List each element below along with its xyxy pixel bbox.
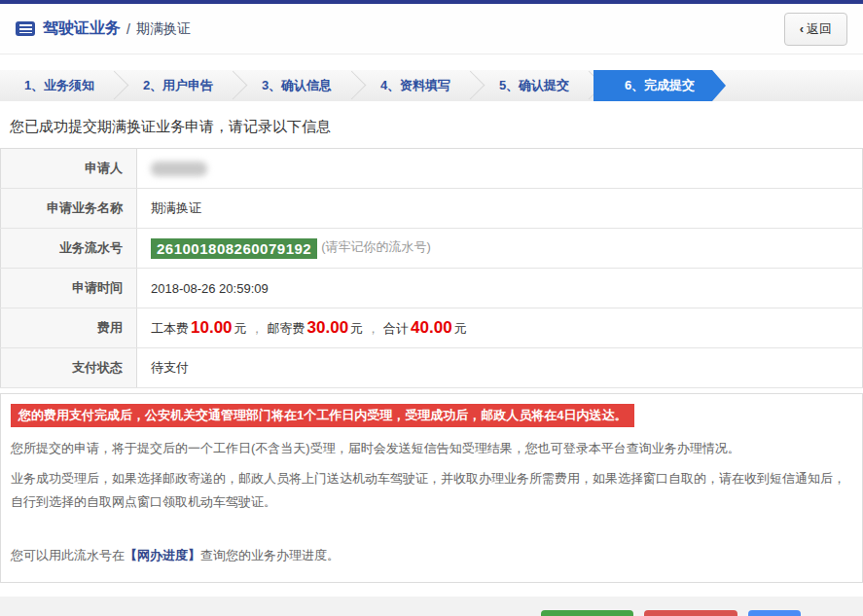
- step-progress-bar: 1、业务须知 2、用户申告 3、确认信息 4、资料填写 5、确认提交 6、完成提…: [0, 70, 863, 101]
- cancel-payment-button[interactable]: ¥ 取消支付: [644, 610, 737, 616]
- step-tab-3[interactable]: 3、确认信息: [237, 70, 356, 101]
- table-row-fees: 费用 工本费10.00元，邮寄费30.00元，合计40.00元: [1, 308, 863, 348]
- apply-time-value: 2018-08-26 20:59:09: [137, 269, 863, 308]
- row-label: 支付状态: [1, 348, 137, 388]
- fee-item2-label: 邮寄费: [268, 321, 306, 336]
- fee-item1-label: 工本费: [151, 321, 189, 336]
- breadcrumb-title: 驾驶证业务: [43, 18, 121, 39]
- fee-item1-amount: 10.00: [191, 318, 233, 337]
- success-message: 您已成功提交期满换证业务申请，请记录以下信息: [10, 118, 853, 136]
- step-label: 3、确认信息: [262, 78, 332, 92]
- fee-total-unit: 元: [454, 321, 467, 336]
- table-row-payment-status: 支付状态 待支付: [1, 348, 863, 388]
- fee-total-label: 合计: [383, 321, 409, 336]
- step-label: 2、用户申告: [143, 78, 213, 92]
- row-label: 申请时间: [1, 269, 137, 308]
- step-label: 6、完成提交: [625, 78, 695, 92]
- table-row-applicant: 申请人: [1, 149, 863, 189]
- notice-paragraph-2: 业务成功受理后，如果选择邮政寄递的，邮政人员将上门送达机动车驾驶证，并收取办理业…: [11, 467, 852, 515]
- table-row-apply-time: 申请时间 2018-08-26 20:59:09: [1, 269, 863, 308]
- notice-box: 您的费用支付完成后，公安机关交通管理部门将在1个工作日内受理，受理成功后，邮政人…: [0, 393, 863, 583]
- row-label: 申请人: [1, 149, 137, 189]
- chevron-left-icon: ‹: [800, 21, 804, 36]
- row-label: 申请业务名称: [1, 189, 137, 229]
- footer-action-bar: ¥ 继续支付 ¥ 取消支付 返回: [0, 597, 863, 616]
- para3-prefix: 您可以用此流水号在: [11, 548, 125, 562]
- table-row-service-name: 申请业务名称 期满换证: [1, 189, 863, 229]
- table-row-flow-number: 业务流水号 261001808260079192(请牢记你的流水号): [1, 229, 863, 269]
- notice-paragraph-1: 您所提交的申请，将于提交后的一个工作日(不含当天)受理，届时会发送短信告知受理结…: [11, 437, 852, 461]
- fees-cell: 工本费10.00元，邮寄费30.00元，合计40.00元: [137, 308, 863, 348]
- para3-suffix: 查询您的业务办理进度。: [200, 548, 340, 562]
- flow-number-cell: 261001808260079192(请牢记你的流水号): [137, 229, 863, 269]
- step-label: 1、业务须知: [24, 78, 94, 92]
- continue-payment-button[interactable]: ¥ 继续支付: [541, 610, 634, 616]
- row-label: 业务流水号: [1, 229, 137, 269]
- step-tab-2[interactable]: 2、用户申告: [119, 70, 237, 101]
- breadcrumb-separator: /: [126, 21, 130, 37]
- breadcrumb-current: 期满换证: [136, 20, 191, 38]
- progress-menu-reference: 【网办进度】: [125, 548, 200, 562]
- flow-number-badge: 261001808260079192: [151, 238, 317, 259]
- fee-item1-unit: 元: [234, 321, 247, 336]
- step-tab-1[interactable]: 1、业务须知: [0, 70, 119, 101]
- row-label: 费用: [1, 308, 137, 348]
- step-tab-6-active[interactable]: 6、完成提交: [593, 70, 726, 101]
- fee-item2-amount: 30.00: [307, 318, 349, 337]
- flow-number-note: (请牢记你的流水号): [321, 239, 431, 254]
- header-back-button[interactable]: ‹返回: [784, 13, 847, 46]
- payment-status-value: 待支付: [137, 348, 863, 388]
- list-card-icon: [16, 21, 35, 36]
- page-header: 驾驶证业务 / 期满换证 ‹返回: [0, 4, 863, 54]
- step-tab-5[interactable]: 5、确认提交: [475, 70, 593, 101]
- redacted-name: [151, 162, 207, 176]
- application-info-table: 申请人 申请业务名称 期满换证 业务流水号 261001808260079192…: [0, 148, 863, 388]
- notice-paragraph-3: 您可以用此流水号在【网办进度】查询您的业务办理进度。: [11, 544, 852, 568]
- applicant-value: [137, 149, 863, 189]
- footer-back-button[interactable]: 返回: [748, 610, 801, 616]
- back-button-label: 返回: [807, 21, 832, 36]
- fee-total-amount: 40.00: [411, 318, 452, 337]
- fee-item2-unit: 元: [350, 321, 363, 336]
- fee-separator: ，: [367, 321, 379, 336]
- service-name-value: 期满换证: [137, 189, 863, 229]
- step-tab-4[interactable]: 4、资料填写: [356, 70, 475, 101]
- payment-warning-banner: 您的费用支付完成后，公安机关交通管理部门将在1个工作日内受理，受理成功后，邮政人…: [11, 404, 634, 427]
- fee-separator: ，: [251, 321, 264, 336]
- step-label: 5、确认提交: [499, 78, 569, 92]
- step-label: 4、资料填写: [380, 78, 450, 92]
